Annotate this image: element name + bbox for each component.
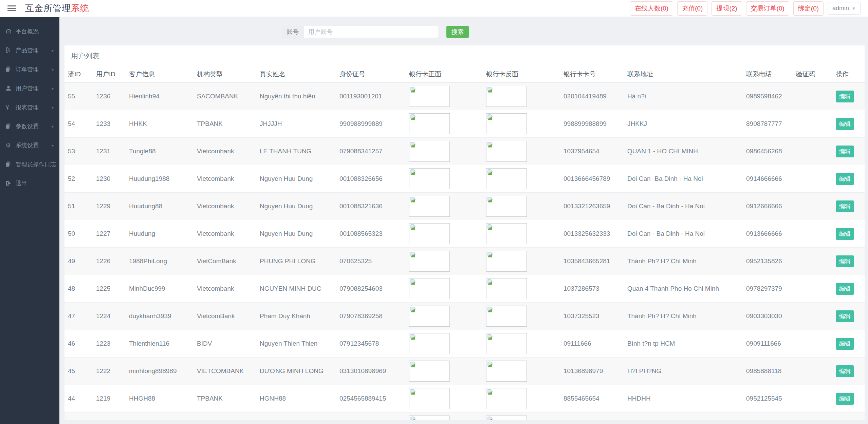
account-search-input[interactable] [303, 26, 439, 38]
cell-bank-type: VietcomBank [193, 303, 256, 330]
bank-card-back-image[interactable] [486, 278, 527, 299]
topbar: 互金所管理系统 在线人数(0) 充值(0) 提现(2) 交易订单(0) 绑定(0… [0, 0, 868, 17]
edit-button[interactable]: 编辑 [836, 91, 854, 102]
broken-image-icon [410, 224, 416, 230]
sidebar-item-product-management[interactable]: ₿ 产品管理 ▸ [0, 41, 59, 60]
cell-card-front [406, 83, 483, 110]
cell-user-id: 1231 [93, 138, 126, 165]
cell-address: HHDHH [624, 385, 743, 412]
yen-icon: ¥ [5, 104, 16, 111]
sidebar-item-label: 平台概况 [16, 27, 54, 35]
cell-customer-info: Huudung1988 [126, 165, 193, 193]
edit-button[interactable]: 编辑 [836, 283, 854, 295]
cell-user-id: 1221 [93, 412, 126, 420]
bank-card-back-image[interactable] [486, 388, 527, 409]
edit-button[interactable]: 编辑 [836, 338, 854, 350]
bank-card-front-image[interactable] [409, 223, 450, 244]
menu-toggle-icon[interactable] [7, 4, 16, 13]
bank-card-front-image[interactable] [409, 168, 450, 189]
recharge-link[interactable]: 充值(0) [677, 1, 707, 16]
table-row: 52 1230 Huudung1988 Vietcombank Nguyen H… [64, 165, 865, 193]
sidebar-item-label: 订单管理 [16, 65, 50, 73]
cell-address: Doi Can -Ba Dinh - Ha Noi [624, 165, 743, 193]
cell-actions: 编辑 [832, 138, 865, 165]
binding-link[interactable]: 绑定(0) [793, 1, 824, 16]
cell-verify-code [793, 248, 832, 275]
cell-verify-code [793, 220, 832, 248]
bank-card-back-image[interactable] [486, 306, 527, 327]
bank-card-back-image[interactable] [486, 196, 527, 217]
edit-button[interactable]: 编辑 [836, 365, 854, 377]
bank-card-back-image[interactable] [486, 86, 527, 107]
cell-flow-id: 44 [64, 385, 93, 412]
bank-card-back-image[interactable] [486, 141, 527, 162]
edit-button[interactable]: 编辑 [836, 393, 854, 405]
cell-card-number: 0013666456789 [560, 165, 624, 193]
broken-image-icon [410, 252, 416, 258]
cell-bank-type: TPBANK [193, 385, 256, 412]
online-users-link[interactable]: 在线人数(0) [630, 1, 673, 16]
cell-bank-type: Vietcombank [193, 412, 256, 420]
bank-card-back-image[interactable] [486, 361, 527, 382]
cell-address: Thành Ph? H? Chí Minh [624, 303, 743, 330]
cell-card-number: 0013325632333 [560, 220, 624, 248]
table-row: 45 1222 minhlong898989 VIETCOMBANK DƯƠNG… [64, 358, 865, 385]
sidebar-item-platform-overview[interactable]: 平台概况 [0, 22, 59, 41]
edit-button[interactable]: 编辑 [836, 228, 854, 240]
sidebar-item-admin-operation-log[interactable]: 管理员操作日志 [0, 155, 59, 174]
edit-button[interactable]: 编辑 [836, 310, 854, 322]
bank-card-front-image[interactable] [409, 113, 450, 134]
bank-card-back-image[interactable] [486, 223, 527, 244]
bank-card-front-image[interactable] [409, 416, 450, 420]
bank-card-front-image[interactable] [409, 196, 450, 217]
edit-button[interactable]: 编辑 [836, 173, 854, 185]
bank-card-front-image[interactable] [409, 306, 450, 327]
cell-phone: 0914666666 [743, 165, 793, 193]
bank-card-front-image[interactable] [409, 333, 450, 354]
bank-card-front-image[interactable] [409, 361, 450, 382]
sidebar-item-report-management[interactable]: ¥ 报表管理 ▸ [0, 98, 59, 117]
sidebar-item-order-management[interactable]: 订单管理 ▸ [0, 60, 59, 79]
cell-address: H?I PH?NG [624, 358, 743, 385]
cell-card-number: 10136898979 [560, 358, 624, 385]
cell-card-front [406, 385, 483, 412]
edit-button[interactable]: 编辑 [836, 146, 854, 157]
bank-card-back-image[interactable] [486, 251, 527, 272]
cell-user-id: 1219 [93, 385, 126, 412]
sidebar-item-system-settings[interactable]: ⚙ 系统设置 ▸ [0, 136, 59, 155]
cell-card-number: 8855465654 [560, 385, 624, 412]
bank-card-back-image[interactable] [486, 113, 527, 134]
admin-dropdown[interactable]: admin ▼ [828, 2, 861, 15]
cell-real-name: Pham Duy Khánh [256, 303, 336, 330]
edit-button[interactable]: 编辑 [836, 200, 854, 212]
bank-card-front-image[interactable] [409, 141, 450, 162]
cell-actions: 编辑 [832, 193, 865, 220]
sidebar-item-parameter-settings[interactable]: 参数设置 ▸ [0, 117, 59, 136]
bank-card-back-image[interactable] [486, 416, 527, 420]
sidebar-item-user-management[interactable]: 用户管理 ▸ [0, 79, 59, 98]
app-title-main: 互金所管理 [25, 3, 71, 13]
bank-card-front-image[interactable] [409, 86, 450, 107]
trade-orders-link[interactable]: 交易订单(0) [746, 1, 789, 16]
cell-real-name: Nguyen Quoc Nam [256, 412, 336, 420]
sidebar-item-logout[interactable]: 退出 [0, 174, 59, 193]
bitcoin-icon: ₿ [5, 46, 16, 54]
bank-card-front-image[interactable] [409, 278, 450, 299]
sidebar-item-label: 参数设置 [16, 122, 50, 130]
broken-image-icon [410, 169, 416, 175]
cell-card-back [483, 385, 560, 412]
bank-card-front-image[interactable] [409, 251, 450, 272]
bank-card-back-image[interactable] [486, 168, 527, 189]
bank-card-front-image[interactable] [409, 388, 450, 409]
withdraw-link[interactable]: 提现(2) [712, 1, 742, 16]
cell-real-name: NGUYEN MINH DUC [256, 275, 336, 303]
search-button[interactable]: 搜索 [446, 26, 469, 38]
cell-bank-type: Vietcombank [193, 193, 256, 220]
edit-button[interactable]: 编辑 [836, 255, 854, 267]
edit-button[interactable]: 编辑 [836, 118, 854, 130]
cell-verify-code [793, 83, 832, 110]
bank-card-back-image[interactable] [486, 333, 527, 354]
col-card-number: 银行卡卡号 [560, 66, 624, 83]
cell-card-number: 998899988899 [560, 110, 624, 138]
params-icon [5, 123, 16, 129]
